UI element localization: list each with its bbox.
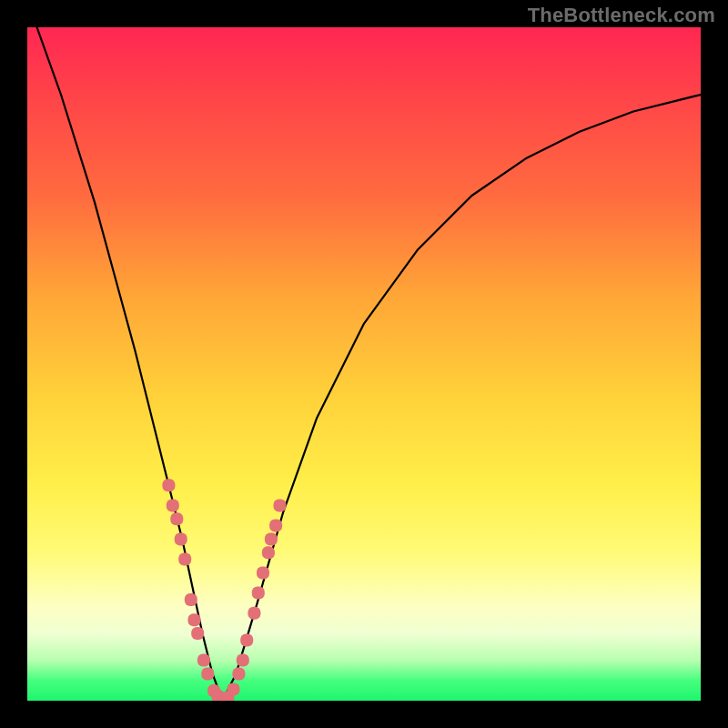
marker-dot xyxy=(232,667,245,680)
marker-dot xyxy=(237,654,249,667)
marker-dot xyxy=(197,654,210,667)
plot-area xyxy=(27,27,701,701)
marker-dot xyxy=(252,587,265,600)
marker-dot xyxy=(191,627,204,640)
chart-frame: TheBottleneck.com xyxy=(0,0,728,728)
marker-dot xyxy=(178,553,191,566)
marker-group xyxy=(162,479,286,701)
marker-dot xyxy=(269,520,282,532)
marker-dot xyxy=(248,607,260,620)
marker-dot xyxy=(167,499,179,511)
watermark-text: TheBottleneck.com xyxy=(528,4,715,27)
marker-dot xyxy=(188,613,201,626)
chart-svg xyxy=(27,27,701,701)
marker-dot xyxy=(162,479,175,491)
marker-dot xyxy=(227,682,239,695)
marker-dot xyxy=(170,512,183,525)
marker-dot xyxy=(185,593,197,606)
marker-dot xyxy=(240,633,253,646)
marker-dot xyxy=(265,532,278,545)
marker-dot xyxy=(175,532,187,545)
marker-dot xyxy=(262,546,275,559)
marker-dot xyxy=(201,667,214,680)
bottleneck-curve xyxy=(27,27,701,701)
marker-dot xyxy=(274,499,287,511)
marker-dot xyxy=(257,566,269,579)
